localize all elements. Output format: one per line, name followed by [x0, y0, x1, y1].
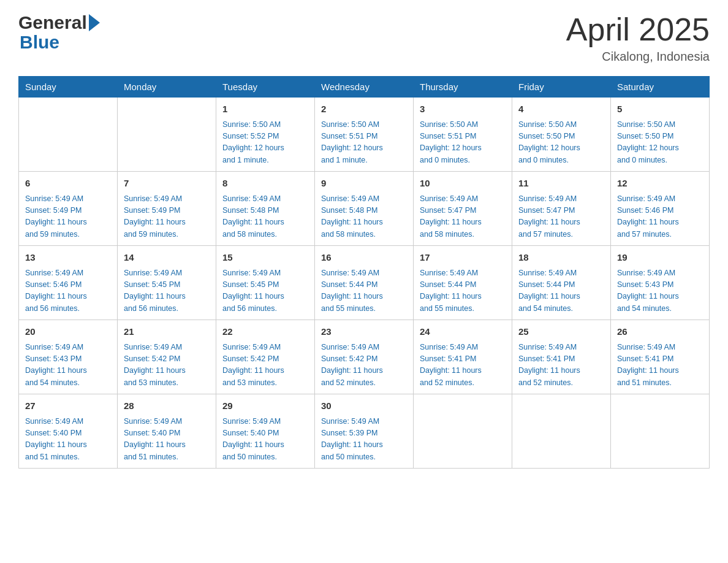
day-info: Sunrise: 5:49 AM Sunset: 5:45 PM Dayligh…: [124, 267, 210, 315]
calendar-cell: 21Sunrise: 5:49 AM Sunset: 5:42 PM Dayli…: [118, 320, 216, 394]
day-info: Sunrise: 5:49 AM Sunset: 5:41 PM Dayligh…: [420, 342, 506, 389]
calendar-cell: [118, 98, 216, 172]
day-info: Sunrise: 5:49 AM Sunset: 5:47 PM Dayligh…: [420, 193, 506, 241]
calendar-week-row: 20Sunrise: 5:49 AM Sunset: 5:43 PM Dayli…: [19, 320, 710, 394]
calendar-cell: 22Sunrise: 5:49 AM Sunset: 5:42 PM Dayli…: [216, 320, 315, 394]
day-number: 24: [420, 325, 506, 339]
day-info: Sunrise: 5:49 AM Sunset: 5:45 PM Dayligh…: [222, 267, 308, 315]
calendar-week-row: 1Sunrise: 5:50 AM Sunset: 5:52 PM Daylig…: [19, 98, 710, 172]
calendar-table: Sunday Monday Tuesday Wednesday Thursday…: [18, 76, 710, 469]
day-number: 29: [222, 399, 308, 413]
day-info: Sunrise: 5:49 AM Sunset: 5:44 PM Dayligh…: [518, 267, 604, 315]
day-info: Sunrise: 5:50 AM Sunset: 5:50 PM Dayligh…: [617, 119, 703, 167]
calendar-week-row: 6Sunrise: 5:49 AM Sunset: 5:49 PM Daylig…: [19, 172, 710, 246]
calendar-cell: 29Sunrise: 5:49 AM Sunset: 5:40 PM Dayli…: [216, 394, 315, 469]
day-number: 25: [518, 325, 604, 339]
header-sunday: Sunday: [19, 77, 118, 98]
calendar-cell: 25Sunrise: 5:49 AM Sunset: 5:41 PM Dayli…: [512, 320, 611, 394]
header: General Blue April 2025 Cikalong, Indone…: [18, 12, 710, 64]
day-number: 2: [321, 102, 407, 117]
day-info: Sunrise: 5:49 AM Sunset: 5:48 PM Dayligh…: [321, 193, 407, 241]
day-info: Sunrise: 5:49 AM Sunset: 5:40 PM Dayligh…: [124, 416, 210, 464]
day-info: Sunrise: 5:49 AM Sunset: 5:42 PM Dayligh…: [321, 342, 407, 389]
calendar-cell: 27Sunrise: 5:49 AM Sunset: 5:40 PM Dayli…: [19, 394, 118, 469]
calendar-cell: 12Sunrise: 5:49 AM Sunset: 5:46 PM Dayli…: [611, 172, 710, 246]
header-saturday: Saturday: [611, 77, 710, 98]
day-number: 23: [321, 325, 407, 339]
weekday-header-row: Sunday Monday Tuesday Wednesday Thursday…: [19, 77, 710, 98]
calendar-cell: 17Sunrise: 5:49 AM Sunset: 5:44 PM Dayli…: [414, 246, 512, 320]
day-info: Sunrise: 5:49 AM Sunset: 5:49 PM Dayligh…: [25, 193, 111, 241]
day-number: 10: [420, 177, 506, 191]
day-number: 18: [518, 251, 604, 265]
day-number: 3: [420, 102, 506, 117]
day-info: Sunrise: 5:49 AM Sunset: 5:47 PM Dayligh…: [518, 193, 604, 241]
header-tuesday: Tuesday: [216, 77, 315, 98]
calendar-cell: 13Sunrise: 5:49 AM Sunset: 5:46 PM Dayli…: [19, 246, 118, 320]
calendar-cell: 18Sunrise: 5:49 AM Sunset: 5:44 PM Dayli…: [512, 246, 611, 320]
day-info: Sunrise: 5:49 AM Sunset: 5:40 PM Dayligh…: [222, 416, 308, 464]
logo: General Blue: [18, 12, 100, 52]
day-number: 28: [124, 399, 210, 413]
day-number: 22: [222, 325, 308, 339]
day-number: 7: [124, 177, 210, 191]
day-info: Sunrise: 5:49 AM Sunset: 5:48 PM Dayligh…: [222, 193, 308, 241]
day-number: 12: [617, 177, 703, 191]
day-info: Sunrise: 5:49 AM Sunset: 5:49 PM Dayligh…: [124, 193, 210, 241]
day-info: Sunrise: 5:50 AM Sunset: 5:51 PM Dayligh…: [321, 119, 407, 167]
day-number: 9: [321, 177, 407, 191]
calendar-cell: 3Sunrise: 5:50 AM Sunset: 5:51 PM Daylig…: [414, 98, 512, 172]
day-number: 11: [518, 177, 604, 191]
calendar-cell: 10Sunrise: 5:49 AM Sunset: 5:47 PM Dayli…: [414, 172, 512, 246]
day-info: Sunrise: 5:49 AM Sunset: 5:46 PM Dayligh…: [617, 193, 703, 241]
calendar-cell: 9Sunrise: 5:49 AM Sunset: 5:48 PM Daylig…: [315, 172, 414, 246]
calendar-cell: [414, 394, 512, 469]
calendar-cell: [611, 394, 710, 469]
day-info: Sunrise: 5:50 AM Sunset: 5:51 PM Dayligh…: [420, 119, 506, 167]
day-number: 13: [25, 251, 111, 265]
calendar-cell: 16Sunrise: 5:49 AM Sunset: 5:44 PM Dayli…: [315, 246, 414, 320]
calendar-cell: 5Sunrise: 5:50 AM Sunset: 5:50 PM Daylig…: [611, 98, 710, 172]
calendar-cell: 23Sunrise: 5:49 AM Sunset: 5:42 PM Dayli…: [315, 320, 414, 394]
day-info: Sunrise: 5:49 AM Sunset: 5:39 PM Dayligh…: [321, 416, 407, 464]
calendar-cell: 30Sunrise: 5:49 AM Sunset: 5:39 PM Dayli…: [315, 394, 414, 469]
day-number: 15: [222, 251, 308, 265]
header-friday: Friday: [512, 77, 611, 98]
calendar-cell: 19Sunrise: 5:49 AM Sunset: 5:43 PM Dayli…: [611, 246, 710, 320]
calendar-cell: 1Sunrise: 5:50 AM Sunset: 5:52 PM Daylig…: [216, 98, 315, 172]
day-number: 14: [124, 251, 210, 265]
day-info: Sunrise: 5:49 AM Sunset: 5:43 PM Dayligh…: [617, 267, 703, 315]
header-wednesday: Wednesday: [315, 77, 414, 98]
header-monday: Monday: [118, 77, 216, 98]
day-info: Sunrise: 5:49 AM Sunset: 5:42 PM Dayligh…: [222, 342, 308, 389]
logo-triangle-icon: [89, 14, 100, 31]
day-number: 27: [25, 399, 111, 413]
location-subtitle: Cikalong, Indonesia: [566, 50, 710, 64]
calendar-cell: 6Sunrise: 5:49 AM Sunset: 5:49 PM Daylig…: [19, 172, 118, 246]
calendar-cell: [19, 98, 118, 172]
day-info: Sunrise: 5:49 AM Sunset: 5:43 PM Dayligh…: [25, 342, 111, 389]
calendar-cell: [512, 394, 611, 469]
calendar-cell: 24Sunrise: 5:49 AM Sunset: 5:41 PM Dayli…: [414, 320, 512, 394]
logo-general-text: General: [18, 12, 87, 33]
calendar-cell: 20Sunrise: 5:49 AM Sunset: 5:43 PM Dayli…: [19, 320, 118, 394]
calendar-cell: 15Sunrise: 5:49 AM Sunset: 5:45 PM Dayli…: [216, 246, 315, 320]
logo-blue-text: Blue: [20, 32, 59, 52]
day-number: 8: [222, 177, 308, 191]
calendar-cell: 4Sunrise: 5:50 AM Sunset: 5:50 PM Daylig…: [512, 98, 611, 172]
day-info: Sunrise: 5:49 AM Sunset: 5:44 PM Dayligh…: [420, 267, 506, 315]
calendar-cell: 26Sunrise: 5:49 AM Sunset: 5:41 PM Dayli…: [611, 320, 710, 394]
day-number: 16: [321, 251, 407, 265]
month-title: April 2025: [566, 12, 710, 47]
day-info: Sunrise: 5:50 AM Sunset: 5:50 PM Dayligh…: [518, 119, 604, 167]
calendar-cell: 2Sunrise: 5:50 AM Sunset: 5:51 PM Daylig…: [315, 98, 414, 172]
calendar-week-row: 13Sunrise: 5:49 AM Sunset: 5:46 PM Dayli…: [19, 246, 710, 320]
calendar-cell: 14Sunrise: 5:49 AM Sunset: 5:45 PM Dayli…: [118, 246, 216, 320]
day-info: Sunrise: 5:49 AM Sunset: 5:42 PM Dayligh…: [124, 342, 210, 389]
day-number: 26: [617, 325, 703, 339]
day-number: 30: [321, 399, 407, 413]
day-number: 19: [617, 251, 703, 265]
day-number: 6: [25, 177, 111, 191]
day-info: Sunrise: 5:49 AM Sunset: 5:44 PM Dayligh…: [321, 267, 407, 315]
day-number: 5: [617, 102, 703, 117]
